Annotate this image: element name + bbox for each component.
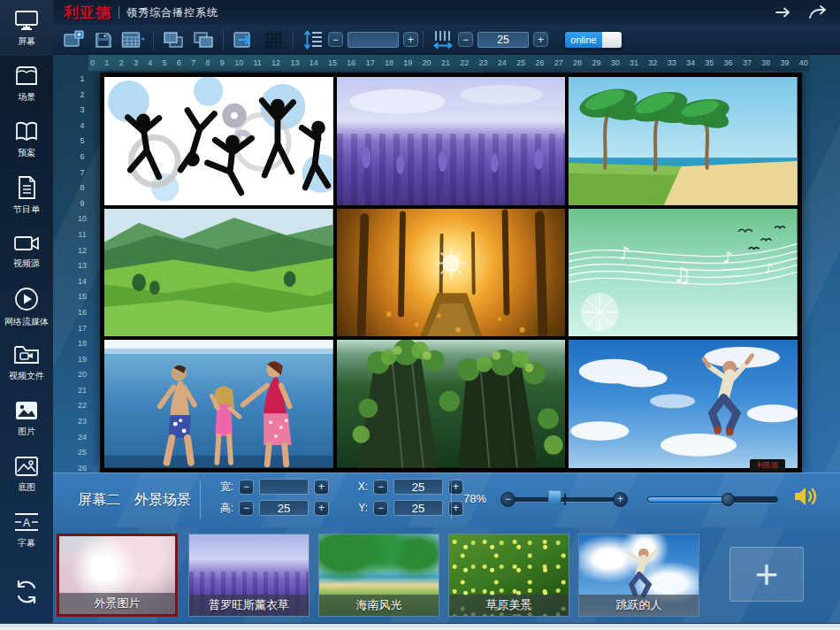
h-ruler-tick: 1: [104, 58, 109, 67]
h-ruler-tick: 38: [761, 58, 770, 67]
col-spacing-minus-button[interactable]: −: [458, 32, 473, 47]
volume-slider-thumb[interactable]: [722, 493, 735, 506]
height-plus-button[interactable]: +: [314, 501, 329, 516]
canvas-cell-lavender[interactable]: [337, 77, 566, 205]
sidebar-item-base-image[interactable]: 底图: [0, 446, 53, 502]
sidebar-item-label: 视频文件: [9, 370, 44, 382]
sidebar-item-scene[interactable]: 场景: [0, 56, 53, 111]
sidebar-item-video-source[interactable]: 视频源: [0, 223, 53, 279]
zoom-out-button[interactable]: −: [500, 492, 515, 507]
sidebar-item-video-file[interactable]: 视频文件: [0, 334, 53, 390]
volume-slider[interactable]: [647, 488, 778, 510]
thumbnail-grassland[interactable]: 草原美景: [448, 534, 569, 617]
col-spacing-input[interactable]: [477, 32, 529, 48]
canvas-cell-palm-beach[interactable]: [569, 77, 798, 205]
row-spacing-plus-button[interactable]: +: [403, 32, 418, 47]
sidebar-item-screen[interactable]: 屏幕: [0, 0, 53, 56]
layout-grid-button[interactable]: [118, 27, 149, 52]
h-ruler-tick: 31: [630, 58, 638, 67]
h-ruler-tick: 22: [460, 58, 469, 67]
sidebar-item-label: 场景: [18, 91, 35, 104]
plus-icon: +: [755, 554, 779, 595]
canvas-cell-dancers[interactable]: [104, 77, 333, 205]
autumn-art: [337, 209, 566, 337]
x-minus-button[interactable]: −: [373, 480, 388, 495]
row-spacing-icon: [303, 30, 323, 50]
x-input[interactable]: [393, 479, 443, 495]
v-ruler-tick: 1: [80, 74, 84, 83]
thumbnail-outdoor-picture[interactable]: 外景图片: [57, 534, 178, 617]
sidebar-item-label: 预案: [18, 147, 35, 159]
h-ruler-tick: 4: [148, 58, 152, 67]
thumbnail-jumper[interactable]: 跳跃的人: [578, 534, 699, 617]
y-minus-button[interactable]: −: [373, 501, 388, 516]
panel-divider: [200, 480, 201, 519]
height-minus-button[interactable]: −: [239, 501, 254, 516]
canvas-cell-family-beach[interactable]: [104, 340, 333, 468]
bring-forward-button[interactable]: [158, 27, 188, 52]
thumbnail-lavender[interactable]: 普罗旺斯薰衣草: [188, 534, 309, 617]
zoom-slider[interactable]: − +: [506, 488, 622, 510]
grid-lines-button[interactable]: [258, 27, 288, 52]
arrow-right-icon[interactable]: [775, 6, 792, 19]
sidebar-item-picture[interactable]: 图片: [0, 390, 53, 446]
h-ruler-tick: 16: [347, 58, 355, 67]
online-toggle[interactable]: online: [564, 31, 622, 49]
add-screen-button[interactable]: [58, 27, 88, 52]
h-ruler-tick: 6: [177, 58, 181, 67]
col-spacing-plus-button[interactable]: +: [533, 32, 548, 47]
col-spacing-icon: [433, 30, 453, 50]
canvas-cell-music[interactable]: ♪ ♫ ♪ ♪: [569, 209, 798, 337]
sidebar-item-subtitle[interactable]: A 字幕: [0, 502, 53, 557]
height-input[interactable]: [259, 500, 309, 516]
cliffs-art: [337, 340, 566, 468]
screen-name: 屏幕二: [78, 491, 120, 510]
refresh-button[interactable]: [0, 561, 53, 623]
play-circle-icon: [13, 286, 40, 312]
width-minus-button[interactable]: −: [239, 480, 254, 495]
thumbnail-label: 跳跃的人: [579, 595, 699, 616]
sidebar-item-playlist[interactable]: 节目单: [0, 167, 53, 223]
zoom-in-button[interactable]: +: [613, 492, 628, 507]
save-button[interactable]: [88, 27, 118, 52]
redo-arrow-icon[interactable]: [808, 5, 828, 19]
bottom-edge-strip: [0, 623, 840, 630]
v-ruler-tick: 20: [78, 370, 87, 379]
y-input[interactable]: [393, 500, 443, 516]
vertical-ruler: 1234567891011121314151617181920212223242…: [74, 74, 90, 472]
toolbar-divider: [223, 31, 224, 49]
canvas-cell-valley[interactable]: [104, 209, 333, 337]
v-ruler-tick: 12: [78, 246, 87, 255]
jumper-art: [569, 340, 798, 468]
refresh-icon: [12, 578, 41, 606]
sidebar-item-label: 节目单: [13, 204, 40, 216]
row-spacing-button[interactable]: [298, 27, 328, 52]
canvas-cell-jumper[interactable]: [569, 340, 798, 468]
sidebar-item-network-stream[interactable]: 网络流媒体: [0, 279, 53, 334]
svg-text:♪: ♪: [765, 260, 774, 277]
width-plus-button[interactable]: +: [314, 480, 329, 495]
h-ruler-tick: 11: [253, 58, 261, 67]
lavender-art: [337, 77, 566, 205]
col-spacing-button[interactable]: [428, 27, 458, 52]
svg-text:♪: ♪: [619, 243, 630, 264]
h-ruler-tick: 33: [668, 58, 676, 67]
zoom-slider-thumb[interactable]: [548, 490, 561, 507]
canvas-cell-autumn[interactable]: [337, 209, 566, 337]
h-ruler-tick: 15: [328, 58, 337, 67]
row-spacing-input[interactable]: [347, 32, 399, 48]
add-media-button[interactable]: +: [729, 547, 804, 602]
sidebar-item-label: 屏幕: [18, 35, 35, 48]
thumbnail-hainan[interactable]: 海南风光: [318, 534, 439, 617]
sidebar-item-plan[interactable]: 预案: [0, 111, 53, 167]
volume-button[interactable]: [792, 485, 819, 511]
thumbnail-label: 外景图片: [59, 593, 175, 614]
send-backward-button[interactable]: [188, 27, 218, 52]
row-spacing-minus-button[interactable]: −: [328, 32, 343, 47]
width-input[interactable]: [259, 479, 309, 495]
image-outline-icon: [13, 455, 40, 478]
toolbar-divider: [423, 31, 424, 49]
export-button[interactable]: [228, 27, 258, 52]
canvas-cell-cliffs[interactable]: [337, 340, 566, 468]
valley-art: [104, 209, 333, 337]
